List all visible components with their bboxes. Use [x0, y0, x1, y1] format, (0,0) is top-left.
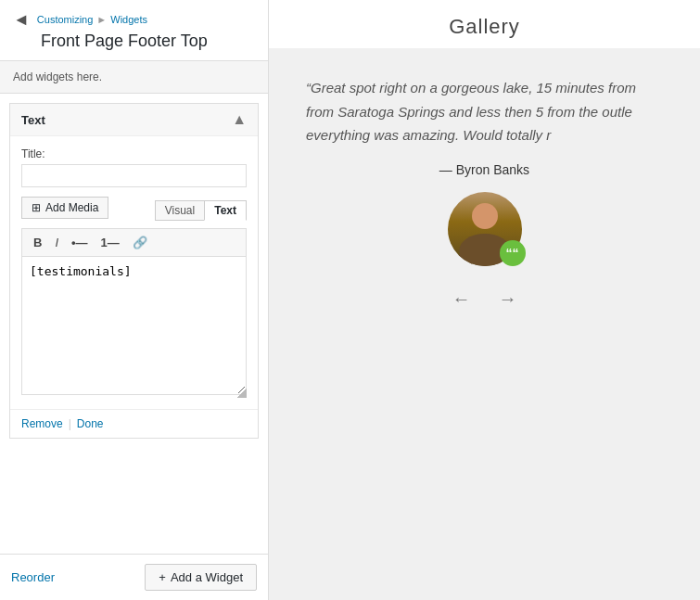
toolbar-link[interactable]: 🔗: [127, 233, 153, 252]
testimonial-quote: “Great spot right on a gorgeous lake, 15…: [306, 76, 663, 147]
gallery-title: Gallery: [269, 0, 700, 48]
breadcrumb-row: ◄ Customizing ► Widgets: [13, 11, 255, 28]
testimonial-author: — Byron Banks: [439, 162, 529, 177]
widget-toggle-icon[interactable]: ▲: [232, 111, 247, 128]
plus-icon: +: [159, 570, 166, 584]
tab-visual[interactable]: Visual: [155, 200, 204, 221]
avatar-container: ““: [448, 192, 522, 266]
breadcrumb-widgets[interactable]: Widgets: [110, 14, 147, 25]
toolbar-ordered-list[interactable]: 1—: [95, 233, 125, 252]
widget-area: Text ▲ Title: ⊞ Add Media Visual Text: [0, 94, 268, 554]
add-widget-label: Add a Widget: [171, 570, 243, 584]
tab-text[interactable]: Text: [204, 200, 247, 221]
widget-title: Text: [21, 113, 45, 127]
sidebar-bottom: Reorder + Add a Widget: [0, 554, 268, 600]
page-title: Front Page Footer Top: [41, 32, 255, 51]
title-label: Title:: [21, 147, 247, 160]
toolbar-bold[interactable]: B: [28, 233, 47, 252]
remove-button[interactable]: Remove: [21, 417, 63, 430]
testimonial-section: “Great spot right on a gorgeous lake, 15…: [269, 48, 700, 600]
breadcrumb-separator: ►: [96, 14, 107, 25]
add-media-label: Add Media: [45, 201, 98, 214]
quote-badge: ““: [500, 240, 526, 266]
sidebar: ◄ Customizing ► Widgets Front Page Foote…: [0, 0, 269, 600]
widget-footer: Remove | Done: [10, 409, 258, 438]
toolbar-italic[interactable]: I: [49, 233, 64, 252]
nav-arrows: ← →: [452, 288, 517, 310]
widget-header[interactable]: Text ▲: [10, 104, 258, 136]
editor-resize-handle[interactable]: [237, 389, 247, 398]
add-media-row: ⊞ Add Media Visual Text: [21, 197, 247, 224]
add-media-icon: ⊞: [32, 201, 41, 214]
title-input[interactable]: [21, 164, 247, 187]
done-button[interactable]: Done: [77, 417, 104, 430]
text-widget: Text ▲ Title: ⊞ Add Media Visual Text: [9, 103, 259, 439]
footer-separator: |: [69, 417, 71, 430]
reorder-button[interactable]: Reorder: [11, 570, 55, 584]
editor-toolbar: B I •— 1— 🔗: [21, 228, 247, 256]
toolbar-unordered-list[interactable]: •—: [66, 233, 94, 252]
widget-body: Title: ⊞ Add Media Visual Text B I •—: [10, 136, 258, 409]
editor-tabs: Visual Text: [155, 200, 247, 221]
add-media-button[interactable]: ⊞ Add Media: [21, 197, 108, 219]
sidebar-header: ◄ Customizing ► Widgets Front Page Foote…: [0, 0, 268, 61]
back-button[interactable]: ◄: [13, 11, 37, 28]
editor-wrapper: [testimonials]: [21, 256, 247, 398]
next-arrow[interactable]: →: [499, 288, 517, 310]
editor-textarea[interactable]: [testimonials]: [21, 256, 247, 395]
prev-arrow[interactable]: ←: [452, 288, 471, 310]
breadcrumb-customizing[interactable]: Customizing: [37, 14, 94, 25]
add-widget-button[interactable]: + Add a Widget: [145, 564, 257, 591]
preview-area: Gallery “Great spot right on a gorgeous …: [269, 0, 700, 600]
add-widgets-label: Add widgets here.: [0, 61, 268, 94]
